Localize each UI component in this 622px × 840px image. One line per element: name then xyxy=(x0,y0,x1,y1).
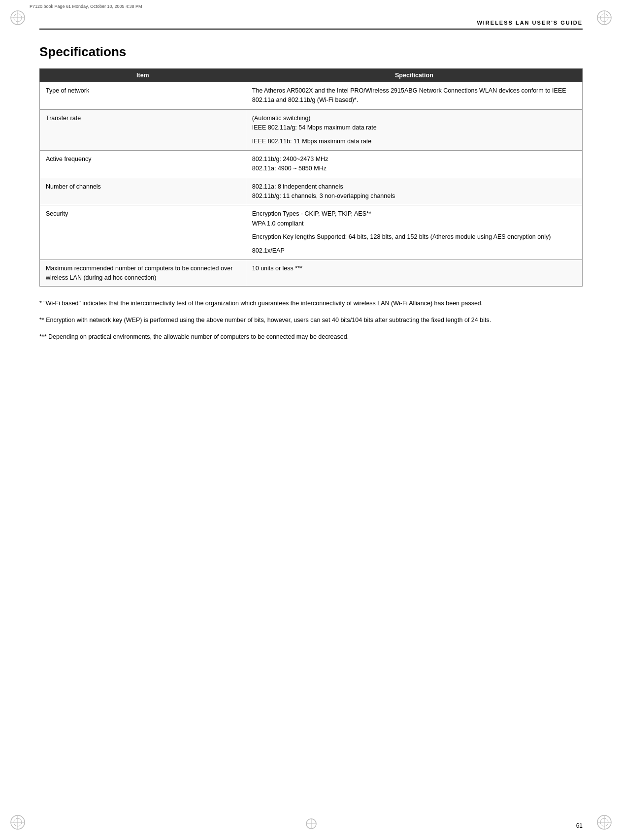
table-header-row: Item Specification xyxy=(40,69,583,82)
col-spec-header: Specification xyxy=(246,69,582,82)
corner-decoration-bl xyxy=(9,813,27,831)
table-row: Maximum recommended number of computers … xyxy=(40,259,583,287)
footnote: *** Depending on practical environments,… xyxy=(39,332,583,342)
table-cell-item: Maximum recommended number of computers … xyxy=(40,259,246,287)
table-cell-item: Transfer rate xyxy=(40,109,246,150)
corner-decoration-tl xyxy=(9,9,27,27)
table-row: Number of channels802.11a: 8 independent… xyxy=(40,178,583,205)
footnote: * "Wi-Fi based" indicates that the inter… xyxy=(39,298,583,308)
footnote: ** Encryption with network key (WEP) is … xyxy=(39,315,583,325)
table-row: SecurityEncryption Types - CKIP, WEP, TK… xyxy=(40,205,583,260)
table-cell-spec: 802.11a: 8 independent channels802.11b/g… xyxy=(246,178,582,205)
table-cell-item: Active frequency xyxy=(40,150,246,178)
header-title: WIreless LAN User's Guide xyxy=(477,20,583,26)
page-container: P7120.book Page 61 Monday, October 10, 2… xyxy=(0,0,622,840)
col-item-header: Item xyxy=(40,69,246,82)
table-cell-spec: (Automatic switching)IEEE 802.11a/g: 54 … xyxy=(246,109,582,150)
table-cell-item: Number of channels xyxy=(40,178,246,205)
table-cell-item: Type of network xyxy=(40,82,246,110)
table-row: Transfer rate(Automatic switching)IEEE 8… xyxy=(40,109,583,150)
center-bottom-crosshair xyxy=(304,816,319,831)
corner-decoration-tr xyxy=(595,9,613,27)
spec-table: Item Specification Type of networkThe At… xyxy=(39,68,583,287)
table-cell-spec: The Atheros AR5002X and the Intel PRO/Wi… xyxy=(246,82,582,110)
header-bar: WIreless LAN User's Guide xyxy=(39,20,583,30)
page-number: 61 xyxy=(576,822,583,829)
page-title: Specifications xyxy=(39,44,583,60)
corner-decoration-br xyxy=(595,813,613,831)
table-cell-spec: Encryption Types - CKIP, WEP, TKIP, AES*… xyxy=(246,205,582,260)
table-row: Type of networkThe Atheros AR5002X and t… xyxy=(40,82,583,110)
table-row: Active frequency802.11b/g: 2400~2473 MHz… xyxy=(40,150,583,178)
table-cell-spec: 10 units or less *** xyxy=(246,259,582,287)
top-bar-line: P7120.book Page 61 Monday, October 10, 2… xyxy=(30,4,142,9)
table-cell-spec: 802.11b/g: 2400~2473 MHz802.11a: 4900 ~ … xyxy=(246,150,582,178)
footnotes-section: * "Wi-Fi based" indicates that the inter… xyxy=(39,298,583,342)
table-cell-item: Security xyxy=(40,205,246,260)
